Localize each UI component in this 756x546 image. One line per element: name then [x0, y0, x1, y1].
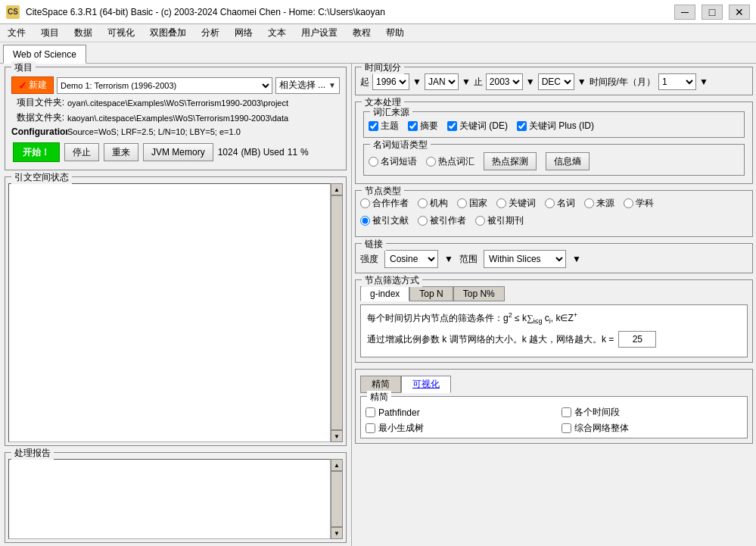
data-folder-row: 数据文件夹: kaoyan\.citespace\Examples\WoS\Te…	[11, 111, 340, 124]
hotspot-detect-button[interactable]: 热点探测	[484, 152, 537, 170]
node-type-title: 节点类型	[362, 185, 404, 198]
proc-scroll-up-btn[interactable]: ▲	[331, 459, 343, 471]
node-cited-author[interactable]: 被引作者	[418, 214, 466, 227]
end-month-select[interactable]: DEC	[538, 73, 574, 90]
menu-overlay[interactable]: 双图叠加	[142, 24, 194, 42]
node-discipline-radio[interactable]	[624, 198, 633, 208]
menu-help[interactable]: 帮助	[378, 24, 412, 42]
node-cited-ref-radio[interactable]	[360, 216, 370, 226]
node-keyword[interactable]: 关键词	[496, 197, 536, 210]
hotspot-option[interactable]: 热点词汇	[426, 155, 474, 168]
node-discipline[interactable]: 学科	[624, 197, 654, 210]
vocab-abstract-checkbox[interactable]	[408, 121, 418, 131]
processing-content[interactable]	[8, 459, 331, 539]
node-row2: 被引文献 被引作者 被引期刊	[360, 214, 748, 227]
node-source[interactable]: 来源	[584, 197, 614, 210]
k-input[interactable]	[618, 331, 656, 348]
menu-settings[interactable]: 用户设置	[294, 24, 345, 42]
jing-each-time[interactable]: 各个时间段	[562, 406, 742, 419]
end-year-select[interactable]: 2003	[486, 73, 523, 90]
min-tree-checkbox[interactable]	[366, 423, 375, 433]
menu-file[interactable]: 文件	[0, 24, 33, 42]
jing-pathfinder[interactable]: Pathfinder	[366, 406, 546, 419]
pathfinder-checkbox[interactable]	[366, 407, 375, 417]
scroll-up-btn[interactable]: ▲	[331, 183, 343, 195]
project-title: 项目	[11, 61, 36, 74]
time-division-title: 时间划分	[362, 64, 404, 74]
citation-content[interactable]	[8, 183, 331, 442]
maximize-button[interactable]: □	[702, 5, 723, 20]
vocab-abstract[interactable]: 摘要	[408, 120, 438, 133]
filter-tab-topn[interactable]: Top N	[409, 286, 453, 301]
node-country[interactable]: 国家	[457, 197, 487, 210]
node-cited-journal[interactable]: 被引期刊	[475, 214, 524, 227]
vocab-keyword-de-checkbox[interactable]	[447, 121, 457, 131]
related-button[interactable]: 相关选择 ... ▼	[275, 77, 340, 94]
memory-percent-sign: %	[300, 147, 309, 158]
start-label: 起	[360, 76, 369, 89]
proc-scroll-down-btn[interactable]: ▼	[331, 527, 343, 539]
jvm-button[interactable]: JVM Memory	[143, 143, 213, 161]
node-source-radio[interactable]	[584, 198, 594, 208]
memory-percent: 11	[288, 147, 297, 158]
jing-whole-network[interactable]: 综合网络整体	[562, 422, 742, 435]
node-coauthor[interactable]: 合作作者	[360, 197, 409, 210]
vocab-checkboxes: 主题 摘要 关键词 (DE) 关键词 Plus (ID)	[369, 120, 739, 133]
citation-scrollbar: ▲ ▼	[331, 183, 343, 442]
node-noun-radio[interactable]	[545, 198, 555, 208]
menu-network[interactable]: 网络	[227, 24, 260, 42]
vocab-keyword-id-checkbox[interactable]	[517, 121, 527, 131]
strength-select[interactable]: Cosine Pearson Jaccard	[384, 250, 438, 268]
slice-select[interactable]: 1	[658, 73, 696, 90]
menu-project[interactable]: 项目	[33, 24, 67, 42]
demo-select[interactable]: Demo 1: Terrorism (1996-2003)	[57, 77, 272, 94]
range-select[interactable]: Within Slices Between Slices All	[484, 250, 566, 268]
node-cited-journal-radio[interactable]	[475, 216, 485, 226]
jing-grid: Pathfinder 各个时间段 最小生成树 综合网络整体	[366, 406, 742, 435]
node-institution[interactable]: 机构	[418, 197, 448, 210]
close-button[interactable]: ✕	[729, 5, 750, 20]
filter-tab-topnpct[interactable]: Top N%	[453, 286, 505, 301]
node-keyword-radio[interactable]	[496, 198, 506, 208]
new-button[interactable]: ✓ 新建	[11, 76, 54, 94]
filter-tab-gindex[interactable]: g-index	[360, 286, 409, 301]
menu-tutorial[interactable]: 教程	[345, 24, 378, 42]
scroll-down-btn[interactable]: ▼	[331, 430, 343, 442]
vocab-keyword-de[interactable]: 关键词 (DE)	[447, 120, 508, 133]
data-folder-label: 数据文件夹:	[11, 111, 64, 124]
node-coauthor-radio[interactable]	[360, 198, 370, 208]
vocab-topic[interactable]: 主题	[369, 120, 399, 133]
project-folder-row: 项目文件夹: oyan\.citespace\Examples\WoS\Terr…	[11, 96, 340, 109]
each-time-checkbox[interactable]	[562, 407, 571, 417]
node-cited-author-radio[interactable]	[418, 216, 428, 226]
menu-data[interactable]: 数据	[67, 24, 100, 42]
hotspot-radio[interactable]	[426, 157, 436, 167]
jing-min-tree[interactable]: 最小生成树	[366, 422, 546, 435]
config-row: Configuration: Source=WoS; LRF=2.5; L/N=…	[11, 126, 340, 137]
whole-network-checkbox[interactable]	[562, 423, 571, 433]
noun-phrase-radio[interactable]	[369, 157, 378, 167]
left-panel: 项目 ✓ 新建 Demo 1: Terrorism (1996-2003) 相关…	[0, 64, 352, 546]
start-year-select[interactable]: 1996	[372, 73, 409, 90]
vocab-topic-checkbox[interactable]	[369, 121, 378, 131]
noun-title: 名词短语类型	[370, 139, 431, 151]
menu-text[interactable]: 文本	[260, 24, 294, 42]
info-entropy-button[interactable]: 信息熵	[546, 152, 590, 170]
node-noun[interactable]: 名词	[545, 197, 575, 210]
tab-visualize[interactable]: 可视化	[401, 376, 451, 393]
vocab-keyword-id[interactable]: 关键词 Plus (ID)	[517, 120, 594, 133]
citation-area: ▲ ▼	[8, 183, 343, 442]
node-institution-radio[interactable]	[418, 198, 428, 208]
menu-visualize[interactable]: 可视化	[100, 24, 142, 42]
node-cited-ref[interactable]: 被引文献	[360, 214, 409, 227]
title-bar: CS CiteSpace 6.3.R1 (64-bit) Basic - (c)…	[0, 0, 756, 24]
reset-button[interactable]: 重来	[104, 143, 138, 161]
project-top-row: ✓ 新建 Demo 1: Terrorism (1996-2003) 相关选择 …	[11, 76, 340, 94]
node-country-radio[interactable]	[457, 198, 467, 208]
menu-analyze[interactable]: 分析	[194, 24, 227, 42]
stop-button[interactable]: 停止	[64, 143, 99, 161]
start-month-select[interactable]: JAN	[425, 73, 459, 90]
minimize-button[interactable]: ─	[674, 5, 695, 20]
noun-phrase-option[interactable]: 名词短语	[369, 155, 417, 168]
start-button[interactable]: 开始！	[13, 142, 60, 162]
